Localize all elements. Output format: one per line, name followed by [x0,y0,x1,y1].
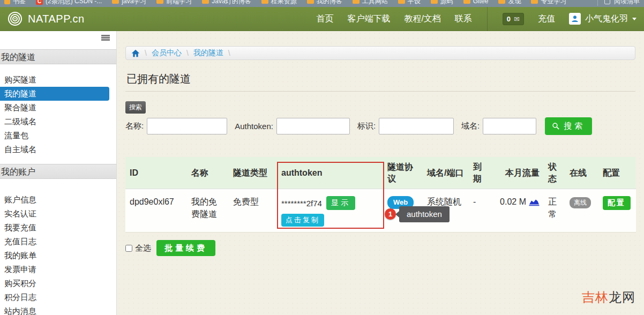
message-count: 0 [507,15,511,23]
name-filter-input[interactable] [147,118,227,134]
sidebar-item-site-messages[interactable]: 站内消息 [0,304,116,315]
bookmark-item[interactable]: 平设 [398,0,421,6]
bookmark-label: 书签 [13,0,26,6]
table-row: dpd9e0xl67 我的免费隧道 免费型 ********2f74 显示 点击… [125,189,636,232]
bookmark-label: 平设 [408,0,421,6]
batch-renew-button[interactable]: 批量续费 [156,240,215,256]
select-all-checkbox[interactable] [125,245,132,252]
message-badge[interactable]: 0 ✉ [503,13,524,25]
col-monthly-traffic: 本月流量 [491,157,544,189]
authtoken-filter-input[interactable] [276,118,350,134]
search-button-label: 搜索 [564,121,585,131]
bookmark-label: 我的博客 [317,0,342,6]
breadcrumb-separator: \ [186,49,189,57]
offline-badge: 离线 [570,197,591,208]
annotation-number-badge: 1 [385,208,396,220]
authtoken-masked: ********2f74 [281,198,322,209]
breadcrumb-separator: \ [145,49,147,57]
annotation-tooltip: authtoken [399,206,450,222]
sidebar-item-buy-points[interactable]: 购买积分 [0,276,116,290]
bookmark-item[interactable]: 书签 [4,0,26,6]
home-icon[interactable] [131,49,140,57]
sidebar-item-points-log[interactable]: 积分日志 [0,290,116,304]
table-header-row: ID 名称 隧道类型 authtoken 隧道协议 域名/端口 到期 本月流量 … [125,157,636,189]
bookmark-label: 桂果资源 [271,0,297,6]
sidebar-item-aggregate-tunnel[interactable]: 聚合隧道 [0,101,116,115]
user-avatar-icon [569,13,581,25]
bookmark-item[interactable]: 桂果资源 [261,0,297,6]
sidebar-item-subdomain[interactable]: 二级域名 [0,115,116,129]
sidebar-item-buy-tunnel[interactable]: 购买隧道 [0,73,116,87]
folder-icon [498,0,505,4]
nav-docs[interactable]: 教程/文档 [404,13,440,25]
folder-icon [307,0,314,4]
reading-list-button[interactable]: 阅读清单 [597,0,640,6]
sidebar-item-recharge[interactable]: 我要充值 [0,221,116,235]
search-button[interactable]: 搜索 [545,117,592,135]
tag-filter-input[interactable] [379,118,454,134]
natapp-logo-icon [8,11,23,26]
sidebar-item-account-info[interactable]: 账户信息 [0,193,116,207]
table-footer: 全选 批量续费 [125,240,635,256]
folder-icon [112,0,119,4]
sidebar-item-own-domain[interactable]: 自主域名 [0,142,116,156]
nav-contact[interactable]: 联系 [455,13,472,25]
bookmark-label: 前端学习 [166,0,192,6]
bookmark-item[interactable]: C(2条消息) CSDN -... [36,0,102,6]
show-token-button[interactable]: 显示 [326,196,355,210]
chevron-down-icon [632,18,636,20]
page-title: 已拥有的隧道 [125,72,635,86]
bookmark-item[interactable]: 工具网站 [353,0,388,6]
folder-icon [398,0,405,4]
cell-status: 正常 [544,189,565,232]
breadcrumb-my-tunnels[interactable]: 我的隧道 [193,48,223,58]
cell-monthly-traffic: 0.02 M [491,189,544,232]
breadcrumb: \ 会员中心 \ 我的隧道 \ [125,46,635,60]
col-id: ID [125,157,187,189]
sidebar-item-my-tunnels[interactable]: 我的隧道 [0,87,109,101]
sidebar-collapse-icon[interactable] [101,35,110,41]
sidebar-item-invoice-request[interactable]: 发票申请 [0,262,116,276]
sidebar-item-realname-auth[interactable]: 实名认证 [0,207,116,221]
nav-home[interactable]: 首页 [316,13,333,25]
bookmark-item[interactable]: Gitee [463,0,489,5]
search-toggle-badge[interactable]: 搜索 [125,101,146,114]
copy-token-button[interactable]: 点击复制 [281,214,324,227]
col-domain-port: 域名/端口 [423,157,469,189]
site-watermark: 吉林龙网 [582,289,635,306]
header-divider [487,7,488,31]
col-online: 在线 [565,157,598,189]
domain-filter-input[interactable] [483,118,536,134]
col-config: 配置 [598,157,636,189]
col-authtoken: authtoken [277,157,383,189]
sidebar-item-recharge-log[interactable]: 充值日志 [0,235,116,249]
bookmark-item[interactable]: 源码 [431,0,453,6]
bookmark-item[interactable]: 专业学习 [531,0,566,6]
sidebar: 我的隧道 购买隧道 我的隧道 聚合隧道 二级域名 流量包 自主域名 我的账户 账… [0,31,117,315]
folder-icon [202,0,209,4]
recharge-link[interactable]: 充值 [538,13,555,25]
brand-title[interactable]: NATAPP.cn [28,13,85,25]
sidebar-item-my-bills[interactable]: 我的账单 [0,249,116,262]
bookmark-label: Java灯的博客 [212,0,251,6]
bookmark-item[interactable]: Java灯的博客 [202,0,251,6]
breadcrumb-member-center[interactable]: 会员中心 [152,48,182,58]
name-filter-label: 名称: [125,121,144,131]
browser-bookmarks-bar: 书签 C(2条消息) CSDN -... java学习 前端学习 Java灯的博… [0,0,644,7]
nav-client-download[interactable]: 客户端下载 [347,13,390,25]
bookmark-item[interactable]: 我的博客 [307,0,342,6]
sidebar-item-traffic-pack[interactable]: 流量包 [0,129,116,142]
envelope-icon: ✉ [514,16,520,22]
domain-filter-label: 域名: [461,121,480,131]
bookmark-label: 发现 [508,0,521,6]
reading-list-label: 阅读清单 [614,0,640,6]
bookmark-item[interactable]: java学习 [112,0,146,6]
bookmark-item[interactable]: 前端学习 [156,0,192,6]
search-icon [552,122,560,130]
user-menu[interactable]: 小气鬼化羽 [569,13,636,25]
bookmark-item[interactable]: 发现 [498,0,521,6]
main-content: \ 会员中心 \ 我的隧道 \ 已拥有的隧道 搜索 名称: Authtoken:… [117,31,644,315]
config-button[interactable]: 配置 [603,196,631,210]
col-status: 状态 [544,157,565,189]
traffic-chart-icon[interactable] [529,198,540,206]
